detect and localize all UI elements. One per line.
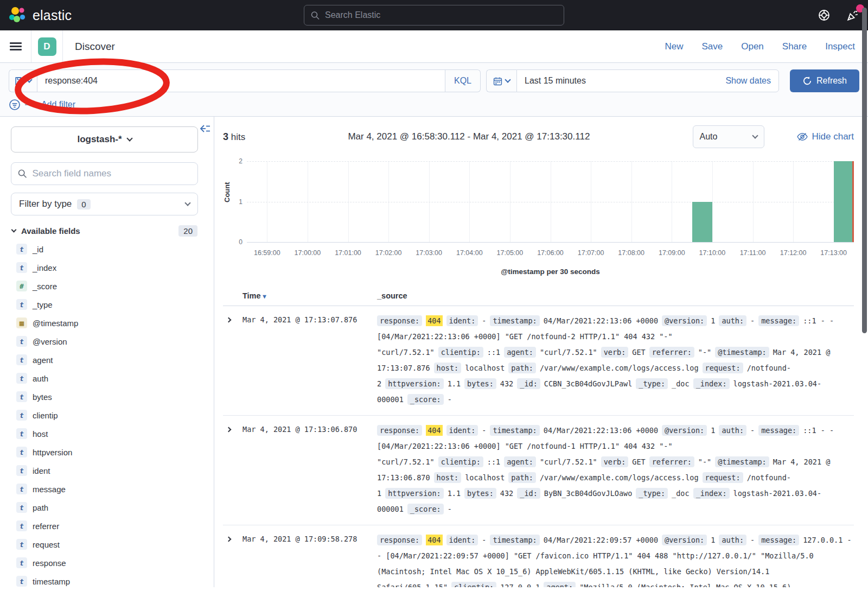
field-value: ::1 <box>487 457 500 466</box>
field-item-_score[interactable]: #_score <box>11 277 205 295</box>
discover-app-badge[interactable]: D <box>38 37 56 56</box>
available-fields-header[interactable]: Available fields 20 <box>12 225 205 237</box>
string-field-type-icon: t <box>16 391 27 402</box>
show-dates-link[interactable]: Show dates <box>725 76 771 86</box>
field-item-@timestamp[interactable]: ▦@timestamp <box>11 314 205 332</box>
app-header: D Discover NewSaveOpenShareInspect <box>0 30 868 63</box>
field-item-httpversion[interactable]: thttpversion <box>11 443 205 461</box>
field-value: ::1 <box>487 348 500 357</box>
filter-divider <box>25 104 30 105</box>
field-search[interactable] <box>11 162 198 185</box>
x-tick-label: 17:12:00 <box>780 249 807 257</box>
query-input[interactable]: response:404 <box>37 69 445 92</box>
action-inspect[interactable]: Inspect <box>825 41 855 52</box>
action-new[interactable]: New <box>665 41 683 52</box>
scrollbar[interactable] <box>862 8 867 333</box>
field-badge: bytes: <box>464 488 496 499</box>
brand-name: elastic <box>33 8 72 23</box>
field-item-message[interactable]: tmessage <box>11 480 205 498</box>
field-item-referrer[interactable]: treferrer <box>11 517 205 535</box>
field-name: ident <box>33 466 50 475</box>
histogram-bar-17:09:30[interactable] <box>692 202 712 243</box>
filter-by-type[interactable]: Filter by type 0 <box>11 193 198 215</box>
action-share[interactable]: Share <box>782 41 807 52</box>
time-column-header[interactable]: Time▾ <box>242 291 377 300</box>
hide-chart-link[interactable]: Hide chart <box>797 131 854 142</box>
field-item-clientip[interactable]: tclientip <box>11 406 205 424</box>
field-item-host[interactable]: thost <box>11 424 205 443</box>
doc-source: response:404ident:-timestamp:04/Mar/2021… <box>377 532 854 587</box>
field-badge: timestamp: <box>490 425 539 436</box>
available-fields-label: Available fields <box>21 226 80 236</box>
table-header: Time▾ _source <box>223 288 854 306</box>
field-value: - <box>482 536 486 544</box>
field-badge: timestamp: <box>490 535 539 545</box>
histogram-bar-17:13:00[interactable] <box>834 161 854 242</box>
chart-plot-area[interactable]: 012 <box>247 161 854 243</box>
chevron-down-icon <box>505 77 510 82</box>
y-tick-label: 1 <box>239 198 242 206</box>
field-value: 1.1 <box>448 379 461 388</box>
field-badge: referrer: <box>649 456 694 467</box>
kql-button[interactable]: KQL <box>445 69 481 92</box>
field-item-@version[interactable]: t@version <box>11 332 205 351</box>
field-item-ident[interactable]: tident <box>11 461 205 480</box>
field-value: "-" <box>698 457 711 466</box>
field-item-_index[interactable]: t_index <box>11 258 205 277</box>
field-search-input[interactable] <box>33 168 192 179</box>
field-item-agent[interactable]: tagent <box>11 351 205 369</box>
newsfeed-icon[interactable] <box>845 8 859 22</box>
elastic-brand[interactable]: elastic <box>9 7 144 24</box>
action-open[interactable]: Open <box>741 41 764 52</box>
field-badge: verb: <box>601 456 629 467</box>
expand-row-icon[interactable] <box>223 314 234 325</box>
doc-time: Mar 4, 2021 @ 17:13:07.876 <box>242 313 377 408</box>
field-name: @version <box>33 337 67 346</box>
filter-icon[interactable] <box>9 99 21 111</box>
field-item-_type[interactable]: t_type <box>11 295 205 314</box>
field-item-path[interactable]: tpath <box>11 498 205 517</box>
field-name: _score <box>33 282 57 291</box>
field-value: GET <box>632 348 645 357</box>
page-title: Discover <box>75 41 115 53</box>
field-value: 04/Mar/2021:22:13:06 +0000 <box>544 316 658 325</box>
menu-button[interactable] <box>0 30 31 62</box>
y-tick-label: 0 <box>239 238 242 246</box>
chevron-down-icon <box>184 200 190 206</box>
saved-queries-button[interactable] <box>9 69 37 92</box>
field-badge: _score: <box>407 394 444 405</box>
field-item-timestamp[interactable]: ttimestamp <box>11 572 205 590</box>
refresh-button[interactable]: Refresh <box>790 69 859 92</box>
add-filter-link[interactable]: + Add filter <box>34 100 75 110</box>
collapse-sidebar-icon[interactable] <box>200 124 210 135</box>
expand-row-icon[interactable] <box>223 533 234 544</box>
time-range-field[interactable]: Last 15 minutes Show dates <box>516 69 779 92</box>
field-name: response <box>33 558 66 568</box>
help-icon[interactable] <box>817 8 831 22</box>
table-row: Mar 4, 2021 @ 17:13:07.876response:404id… <box>223 306 854 416</box>
global-search[interactable] <box>304 5 564 26</box>
datepicker-button[interactable] <box>486 69 516 92</box>
field-item-request[interactable]: trequest <box>11 535 205 554</box>
field-item-auth[interactable]: tauth <box>11 369 205 387</box>
field-item-_id[interactable]: t_id <box>11 240 205 258</box>
field-value: - <box>482 426 486 435</box>
field-badge: request: <box>703 363 743 373</box>
expand-row-icon[interactable] <box>223 424 234 435</box>
action-save[interactable]: Save <box>701 41 723 52</box>
hide-chart-label: Hide chart <box>812 131 854 142</box>
field-value: - <box>750 316 755 325</box>
date-field-type-icon: ▦ <box>16 317 27 328</box>
sort-desc-icon: ▾ <box>263 293 266 300</box>
field-item-response[interactable]: tresponse <box>11 554 205 572</box>
string-field-type-icon: t <box>16 447 27 457</box>
field-badge: response: <box>377 315 422 326</box>
field-value: 04/Mar/2021:22:13:06 +0000 <box>544 426 658 435</box>
interval-select[interactable]: Auto <box>693 125 764 148</box>
global-search-input[interactable] <box>325 10 557 20</box>
index-pattern-select[interactable]: logstash-* <box>11 126 198 152</box>
field-value: 1.1 <box>448 489 461 498</box>
app-badge-wrap: D <box>31 30 63 62</box>
field-item-bytes[interactable]: tbytes <box>11 387 205 406</box>
field-name: _type <box>33 300 53 309</box>
